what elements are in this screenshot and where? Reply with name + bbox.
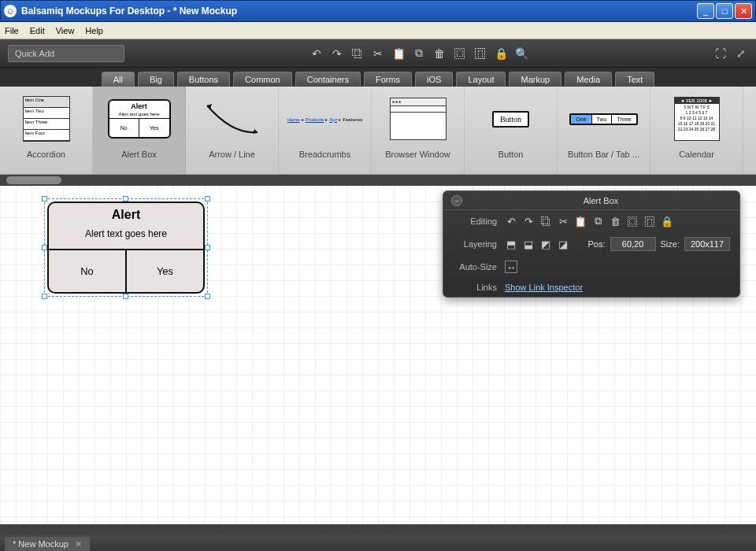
pos-input[interactable]: 60,20	[610, 237, 656, 251]
group-icon[interactable]: ⿴	[626, 215, 639, 227]
lib-label: Accordion	[3, 150, 89, 159]
undo-icon[interactable]: ↶	[309, 46, 324, 61]
send-back-icon[interactable]: ◪	[557, 238, 569, 250]
menu-help[interactable]: Help	[85, 26, 103, 35]
resize-handle[interactable]	[205, 294, 210, 299]
inspector-title: Alert Box	[470, 196, 732, 205]
resize-handle[interactable]	[42, 245, 47, 250]
tab-common[interactable]: Common	[233, 72, 292, 87]
paste-icon[interactable]: 📋	[574, 215, 587, 227]
duplicate-icon[interactable]: ⧉	[412, 46, 426, 61]
resize-handle[interactable]	[42, 294, 47, 299]
copy-icon[interactable]: ⿻	[350, 46, 365, 61]
close-button[interactable]: ✕	[735, 3, 752, 19]
delete-icon[interactable]: 🗑	[432, 46, 447, 61]
button-thumb: Button	[492, 111, 529, 128]
delete-icon[interactable]: 🗑	[609, 215, 621, 227]
lib-label: Breadcrumbs	[282, 150, 368, 159]
inspector-panel[interactable]: – Alert Box Editing ↶ ↷ ⿻ ✂ 📋 ⧉ 🗑 ⿴ ⿵ 🔒 …	[443, 190, 740, 298]
toggle-ui-icon[interactable]: ⛶	[713, 46, 728, 61]
ungroup-icon[interactable]: ⿵	[643, 215, 656, 227]
size-label: Size:	[661, 239, 680, 249]
cut-icon[interactable]: ✂	[557, 215, 569, 227]
bring-forward-icon[interactable]: ⬓	[522, 238, 535, 250]
library-scrollbar[interactable]	[0, 175, 756, 186]
duplicate-icon[interactable]: ⧉	[591, 215, 604, 227]
menubar: File Edit View Help	[0, 22, 756, 39]
canvas-scrollbar[interactable]	[0, 524, 756, 535]
lib-button[interactable]: Button Button	[465, 87, 558, 174]
menu-edit[interactable]: Edit	[30, 26, 45, 35]
resize-handle[interactable]	[205, 245, 210, 250]
resize-handle[interactable]	[123, 294, 128, 299]
autosize-icon[interactable]: ↔	[505, 261, 517, 273]
redo-icon[interactable]: ↷	[522, 215, 535, 227]
inspector-layering-label: Layering	[453, 239, 497, 249]
inspector-autosize-label: Auto-Size	[453, 262, 497, 272]
copy-icon[interactable]: ⿻	[539, 215, 552, 227]
lib-alertbox[interactable]: AlertAlert text goes hereNoYes Alert Box	[93, 87, 186, 174]
tab-big[interactable]: Big	[138, 72, 174, 87]
show-link-inspector-link[interactable]: Show Link Inspector	[505, 283, 583, 292]
lib-label: Calendar	[654, 150, 739, 159]
lock-icon[interactable]: 🔒	[494, 46, 508, 61]
tab-containers[interactable]: Containers	[295, 72, 361, 87]
window-title: Balsamiq Mockups For Desktop - * New Moc…	[21, 6, 697, 17]
minimize-button[interactable]: _	[697, 3, 714, 19]
lib-buttonbar[interactable]: OneTwoThree Button Bar / Tab ...	[558, 87, 650, 174]
group-icon[interactable]: ⿴	[453, 46, 467, 61]
tab-markup[interactable]: Markup	[509, 72, 561, 87]
canvas[interactable]: Alert Alert text goes here No Yes – Aler…	[0, 186, 756, 524]
fullscreen-icon[interactable]: ⤢	[734, 46, 748, 61]
category-tabs: All Big Buttons Common Containers Forms …	[0, 68, 756, 87]
widget-title: Alert	[49, 203, 203, 222]
maximize-button[interactable]: □	[716, 3, 733, 19]
tab-text[interactable]: Text	[615, 72, 654, 87]
cut-icon[interactable]: ✂	[371, 46, 385, 61]
buttonbar-thumb: OneTwoThree	[569, 113, 637, 125]
inspector-links-label: Links	[453, 283, 497, 292]
lib-label: Button Bar / Tab ...	[561, 150, 647, 159]
menu-view[interactable]: View	[56, 26, 75, 35]
tab-layout[interactable]: Layout	[456, 72, 506, 87]
accordion-thumb: Item OneItem TwoItem ThreeItem Four	[23, 96, 70, 142]
search-icon[interactable]: 🔍	[514, 46, 528, 61]
lib-browser[interactable]: Browser Window	[372, 87, 465, 174]
resize-handle[interactable]	[205, 196, 210, 202]
lib-accordion[interactable]: Item OneItem TwoItem ThreeItem Four Acco…	[0, 87, 93, 174]
lock-icon[interactable]: 🔒	[661, 215, 673, 227]
lib-breadcrumbs[interactable]: Home▸Products▸Xyz▸Features Breadcrumbs	[279, 87, 372, 174]
lib-label: Browser Window	[375, 150, 461, 159]
tab-all[interactable]: All	[102, 72, 135, 87]
undo-icon[interactable]: ↶	[505, 215, 517, 227]
document-tab[interactable]: * New Mockup ✕	[5, 537, 90, 552]
ungroup-icon[interactable]: ⿵	[473, 46, 487, 61]
bring-front-icon[interactable]: ⬒	[505, 238, 517, 250]
send-backward-icon[interactable]: ◩	[539, 238, 552, 250]
lib-arrow[interactable]: Arrow / Line	[186, 87, 279, 174]
size-input[interactable]: 200x117	[684, 237, 730, 251]
widget-message: Alert text goes here	[49, 222, 203, 249]
quickadd-input[interactable]: Quick Add	[8, 45, 124, 62]
close-tab-icon[interactable]: ✕	[75, 539, 82, 549]
window-titlebar: ☺ Balsamiq Mockups For Desktop - * New M…	[0, 0, 756, 22]
component-library: Item OneItem TwoItem ThreeItem Four Acco…	[0, 87, 756, 175]
tab-ios[interactable]: iOS	[415, 72, 453, 87]
canvas-alertbox-widget[interactable]: Alert Alert text goes here No Yes	[47, 202, 205, 294]
resize-handle[interactable]	[123, 196, 128, 202]
redo-icon[interactable]: ↷	[330, 46, 344, 61]
menu-file[interactable]: File	[5, 26, 19, 35]
document-tabs: * New Mockup ✕	[0, 535, 756, 551]
tab-media[interactable]: Media	[565, 72, 612, 87]
inspector-minimize-icon[interactable]: –	[451, 195, 462, 206]
pos-label: Pos:	[588, 239, 606, 249]
calendar-thumb: ◄ FEB 2008 ►S M T W T F S1 2 3 4 5 6 78 …	[674, 97, 720, 141]
alertbox-thumb: AlertAlert text goes hereNoYes	[108, 99, 171, 139]
lib-calendar[interactable]: ◄ FEB 2008 ►S M T W T F S1 2 3 4 5 6 78 …	[650, 87, 743, 174]
paste-icon[interactable]: 📋	[391, 46, 406, 61]
tab-buttons[interactable]: Buttons	[177, 72, 230, 87]
arrow-thumb	[201, 99, 264, 139]
tab-forms[interactable]: Forms	[364, 72, 412, 87]
resize-handle[interactable]	[42, 196, 47, 202]
lib-label: Button	[468, 150, 554, 159]
